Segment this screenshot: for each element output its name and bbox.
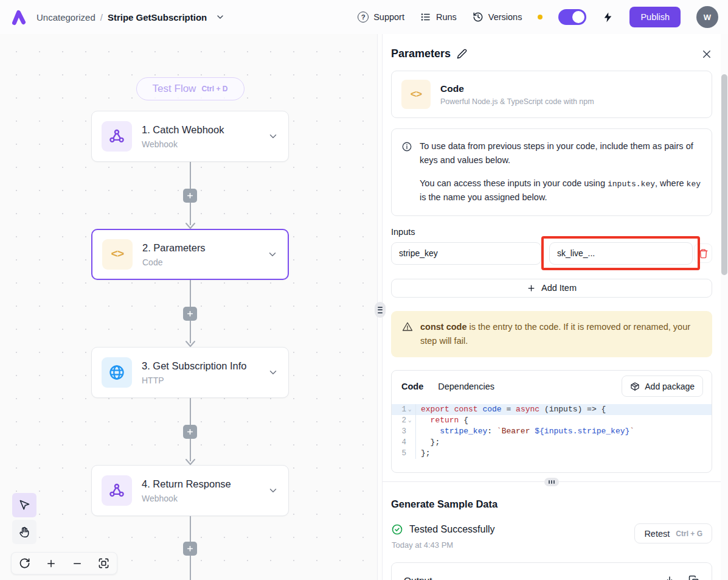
publish-button[interactable]: Publish — [629, 7, 681, 27]
step-card-return-response[interactable]: 4. Return Response Webhook — [91, 465, 289, 516]
retest-label: Retest — [644, 529, 670, 539]
step-subtitle: Webhook — [142, 494, 258, 503]
generate-sample-data-title: Generate Sample Data — [391, 498, 712, 510]
zoom-out-icon[interactable] — [68, 554, 86, 573]
output-card: Output — [391, 562, 712, 580]
warning-callout: const code is the entry to the code. If … — [391, 311, 712, 357]
output-title: Output — [404, 575, 432, 580]
add-package-button[interactable]: Add package — [622, 376, 703, 397]
globe-icon — [102, 357, 132, 388]
code-line: 4 }; — [392, 437, 712, 448]
panel-resize-handle[interactable] — [375, 302, 386, 318]
webhook-icon — [102, 475, 132, 506]
step-card-catch-webhook[interactable]: 1. Catch Webhook Webhook — [91, 111, 289, 162]
question-circle-icon: ? — [358, 12, 369, 23]
retest-shortcut: Ctrl + G — [676, 529, 702, 538]
tab-dependencies[interactable]: Dependencies — [438, 382, 494, 391]
test-flow-button[interactable]: Test Flow Ctrl + D — [136, 77, 244, 100]
add-step-button[interactable] — [183, 542, 197, 556]
trash-icon[interactable] — [694, 243, 712, 263]
step-title: 3. Get Subscription Info — [142, 360, 258, 372]
add-step-button[interactable] — [183, 189, 197, 203]
piece-description: Powerful Node.js & TypeScript code with … — [440, 97, 594, 106]
info-icon — [401, 141, 412, 205]
fold-chevron-icon[interactable]: ⌄ — [408, 415, 414, 426]
flow-connector — [172, 398, 209, 465]
runs-button[interactable]: Runs — [420, 12, 457, 23]
test-flow-shortcut: Ctrl + D — [201, 85, 227, 93]
step-title: 1. Catch Webhook — [142, 124, 258, 136]
chevron-down-icon[interactable] — [268, 367, 279, 378]
info-callout: To use data from previous steps in your … — [391, 128, 712, 216]
code-line: 1⌄export const code = async (inputs) => … — [392, 404, 712, 415]
input-row — [391, 242, 712, 265]
flow-connector — [172, 280, 209, 347]
test-timestamp: Today at 4:43 PM — [392, 540, 495, 550]
code-editor[interactable]: 1⌄export const code = async (inputs) => … — [392, 402, 712, 472]
line-number: 2 — [401, 415, 406, 426]
step-title: 4. Return Response — [142, 478, 258, 490]
code-icon: <> — [401, 80, 431, 109]
select-tool-button[interactable] — [12, 493, 36, 517]
history-icon — [473, 12, 484, 23]
download-icon[interactable] — [664, 575, 675, 580]
input-key-field[interactable] — [391, 242, 541, 265]
step-card-get-subscription-info[interactable]: 3. Get Subscription Info HTTP — [91, 347, 289, 398]
edit-pencil-icon[interactable] — [457, 49, 467, 59]
flow-enabled-toggle[interactable] — [558, 9, 586, 25]
app-logo-icon[interactable] — [10, 8, 28, 26]
fit-view-icon[interactable] — [94, 554, 113, 573]
support-label: Support — [373, 12, 404, 22]
add-step-button[interactable] — [183, 425, 197, 439]
chevron-down-icon[interactable] — [215, 12, 225, 22]
step-card-parameters[interactable]: <> 2. Parameters Code — [91, 229, 289, 280]
hand-tool-button[interactable] — [12, 520, 36, 544]
arrow-down-icon — [184, 222, 196, 229]
code-icon: <> — [102, 239, 133, 270]
close-icon[interactable] — [701, 49, 712, 60]
breadcrumb-flow-name[interactable]: Stripe GetSubscription — [108, 12, 207, 23]
chevron-down-icon[interactable] — [268, 131, 279, 142]
step-subtitle: Webhook — [142, 139, 258, 149]
webhook-icon — [102, 121, 132, 152]
support-button[interactable]: ? Support — [358, 12, 404, 23]
add-item-label: Add Item — [541, 283, 577, 293]
versions-button[interactable]: Versions — [473, 12, 522, 23]
step-subtitle: Code — [142, 257, 257, 267]
avatar[interactable]: W — [696, 6, 718, 28]
line-number: 4 — [401, 437, 406, 448]
refresh-icon[interactable] — [16, 554, 34, 573]
breadcrumb-separator: / — [100, 12, 103, 23]
zoom-in-icon[interactable] — [42, 554, 60, 573]
breadcrumb-folder[interactable]: Uncategorized — [36, 12, 95, 23]
retest-button[interactable]: Retest Ctrl + G — [634, 523, 712, 543]
inputs-label: Inputs — [391, 227, 712, 237]
check-circle-icon — [391, 523, 403, 536]
section-resize-handle[interactable] — [544, 478, 559, 486]
info-paragraph-2: You can access these inputs in your code… — [420, 176, 701, 205]
chevron-down-icon[interactable] — [267, 249, 278, 260]
chevron-down-icon[interactable] — [268, 485, 279, 496]
scrollbar-thumb[interactable] — [721, 74, 727, 275]
parameters-panel: Parameters <> Code Powerful Node.js & Ty… — [383, 34, 721, 580]
input-value-field[interactable] — [549, 242, 693, 265]
code-line: 5}; — [392, 448, 712, 459]
warning-triangle-icon — [402, 321, 413, 348]
runs-list-icon — [420, 12, 431, 23]
copy-icon[interactable] — [688, 575, 699, 580]
line-number: 1 — [401, 404, 406, 415]
tab-code[interactable]: Code — [401, 382, 423, 391]
add-step-button[interactable] — [183, 307, 197, 321]
arrow-down-icon — [184, 458, 196, 466]
flow-canvas[interactable]: Test Flow Ctrl + D 1. Catch Webhook Webh… — [0, 34, 377, 580]
line-number: 5 — [401, 448, 406, 459]
step-title: 2. Parameters — [142, 242, 257, 254]
line-number: 3 — [401, 426, 406, 437]
lightning-icon[interactable] — [602, 12, 614, 23]
code-line: 2⌄ return { — [392, 415, 712, 426]
fold-chevron-icon[interactable]: ⌄ — [408, 404, 414, 415]
flow-connector — [172, 516, 209, 580]
runs-label: Runs — [436, 12, 457, 22]
code-editor-card: Code Dependencies Add package 1⌄export c… — [391, 370, 712, 473]
add-item-button[interactable]: Add Item — [391, 279, 712, 298]
